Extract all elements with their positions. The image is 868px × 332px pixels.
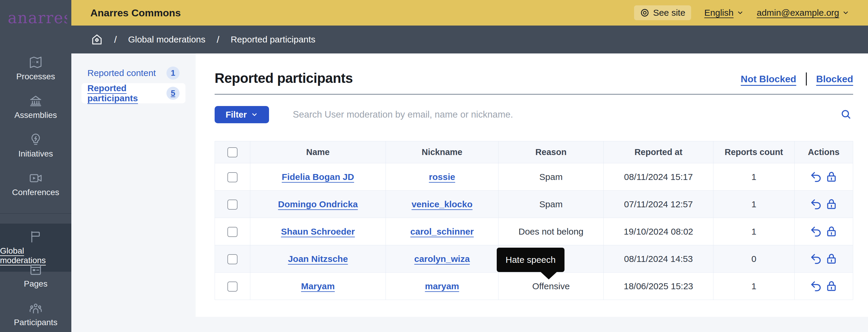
lock-icon — [825, 253, 838, 265]
submenu-item-label: Reported participants — [87, 83, 166, 103]
tooltip-text: Hate speech — [506, 255, 556, 265]
submenu-item-label: Reported content — [87, 68, 166, 78]
lock-icon — [825, 171, 838, 183]
block-user-button[interactable] — [825, 198, 838, 210]
participant-nickname-link[interactable]: rossie — [429, 172, 455, 182]
sidebar-item-label: Assemblies — [14, 110, 57, 120]
table-row: Fidelia Bogan JD rossie Spam 08/11/2024 … — [215, 163, 853, 191]
block-user-button[interactable] — [825, 171, 838, 183]
undo-arrow-icon — [810, 253, 822, 265]
submenu-item-reported-content[interactable]: Reported content 1 — [82, 63, 185, 83]
filter-link-not-blocked[interactable]: Not Blocked — [741, 74, 796, 85]
unreport-button[interactable] — [810, 225, 822, 238]
content-area: Reported content 1 Reported participants… — [71, 54, 868, 332]
language-menu[interactable]: English — [704, 8, 743, 18]
block-user-button[interactable] — [825, 280, 838, 293]
table-header-row: Name Nickname Reason Reported at Reports… — [215, 141, 853, 163]
unreport-button[interactable] — [810, 171, 822, 183]
top-bar: Anarres Commons See site English admin@e… — [71, 0, 868, 26]
reported-at-cell: 18/06/2025 15:23 — [604, 273, 713, 300]
breadcrumb-separator: / — [217, 34, 219, 45]
sidebar-item-label: Processes — [17, 72, 55, 81]
breadcrumb-reported-participants[interactable]: Reported participants — [231, 34, 315, 44]
undo-arrow-icon — [810, 225, 822, 238]
reason-cell: Spam — [498, 163, 604, 191]
sidebar-item-label: Initiatives — [19, 149, 53, 159]
row-checkbox[interactable] — [227, 254, 238, 264]
unreport-button[interactable] — [810, 253, 822, 265]
sidebar-item-assemblies[interactable]: Assemblies — [0, 94, 71, 120]
title-divider — [215, 94, 853, 95]
lock-icon — [825, 198, 838, 210]
user-menu[interactable]: admin@example.org — [757, 8, 849, 18]
breadcrumb: / Global moderations / Reported particip… — [71, 26, 868, 54]
participant-name-link[interactable]: Maryam — [301, 281, 335, 291]
row-checkbox[interactable] — [227, 227, 238, 237]
search-button[interactable] — [839, 109, 853, 121]
column-header-reports-count: Reports count — [713, 141, 795, 163]
participant-name-link[interactable]: Fidelia Bogan JD — [282, 172, 354, 182]
organization-name[interactable]: Anarres Commons — [90, 7, 181, 19]
chevron-down-icon — [842, 9, 849, 16]
table-row: Shaun Schroeder carol_schinner Does not … — [215, 218, 853, 245]
map-icon — [29, 55, 43, 69]
sidebar-item-label: Conferences — [12, 188, 59, 197]
filter-link-blocked[interactable]: Blocked — [816, 74, 853, 85]
anarres-logo[interactable]: anarres — [8, 9, 67, 26]
participant-nickname-link[interactable]: carolyn_wiza — [414, 254, 470, 264]
participant-name-link[interactable]: Domingo Ondricka — [278, 199, 358, 209]
participant-nickname-link[interactable]: maryam — [425, 281, 459, 291]
filter-button[interactable]: Filter — [215, 106, 269, 123]
column-header-reason: Reason — [498, 141, 604, 163]
count-badge: 1 — [166, 67, 180, 79]
undo-arrow-icon — [810, 280, 822, 293]
select-all-checkbox[interactable] — [227, 147, 238, 157]
reports-count-cell: 1 — [713, 218, 795, 245]
unreport-button[interactable] — [810, 198, 822, 210]
participant-nickname-link[interactable]: carol_schinner — [410, 227, 473, 236]
participant-name-link[interactable]: Shaun Schroeder — [281, 227, 354, 236]
block-user-button[interactable] — [825, 253, 838, 265]
row-checkbox[interactable] — [227, 172, 238, 182]
flag-icon — [29, 230, 43, 244]
unreport-button[interactable] — [810, 280, 822, 293]
page-icon — [29, 263, 43, 277]
sidebar-item-participants[interactable]: Participants — [0, 301, 71, 327]
lock-icon — [825, 225, 838, 238]
block-user-button[interactable] — [825, 225, 838, 238]
moderation-submenu: Reported content 1 Reported participants… — [71, 54, 195, 332]
see-site-label: See site — [653, 8, 685, 18]
sidebar-item-conferences[interactable]: Conferences — [0, 171, 71, 197]
sidebar-item-label: Participants — [14, 318, 57, 327]
undo-arrow-icon — [810, 198, 822, 210]
column-header-nickname: Nickname — [386, 141, 498, 163]
chevron-down-icon — [251, 111, 258, 118]
row-checkbox[interactable] — [227, 200, 238, 210]
participant-name-link[interactable]: Joan Nitzsche — [288, 254, 348, 264]
search-input[interactable] — [293, 109, 839, 120]
submenu-item-reported-participants[interactable]: Reported participants 5 — [82, 83, 185, 103]
search-icon — [841, 109, 851, 120]
breadcrumb-global-moderations[interactable]: Global moderations — [128, 34, 206, 44]
sidebar-item-pages[interactable]: Pages — [0, 263, 71, 289]
user-email: admin@example.org — [757, 8, 839, 18]
bank-icon — [29, 94, 43, 108]
table-row: Maryam maryam Offensive 18/06/2025 15:23… — [215, 273, 853, 300]
participant-nickname-link[interactable]: venice_klocko — [411, 199, 472, 209]
chevron-down-icon — [737, 9, 744, 16]
language-label: English — [704, 8, 733, 18]
admin-app: anarres Processes Assemblies Initiatives — [0, 0, 868, 332]
target-icon — [640, 8, 650, 18]
row-checkbox[interactable] — [227, 281, 238, 292]
reports-count-cell: 0 — [713, 245, 795, 273]
breadcrumb-separator: / — [114, 34, 117, 45]
see-site-button[interactable]: See site — [634, 5, 691, 20]
sidebar-item-initiatives[interactable]: Initiatives — [0, 132, 71, 159]
sidebar-item-processes[interactable]: Processes — [0, 55, 71, 81]
reason-cell: Does not belong — [498, 218, 604, 245]
home-icon[interactable] — [91, 34, 103, 45]
reported-at-cell: 08/11/2024 14:53 — [604, 245, 713, 273]
reports-count-cell: 1 — [713, 273, 795, 300]
reason-cell: Spam — [498, 191, 604, 218]
view-links-divider — [806, 72, 807, 86]
